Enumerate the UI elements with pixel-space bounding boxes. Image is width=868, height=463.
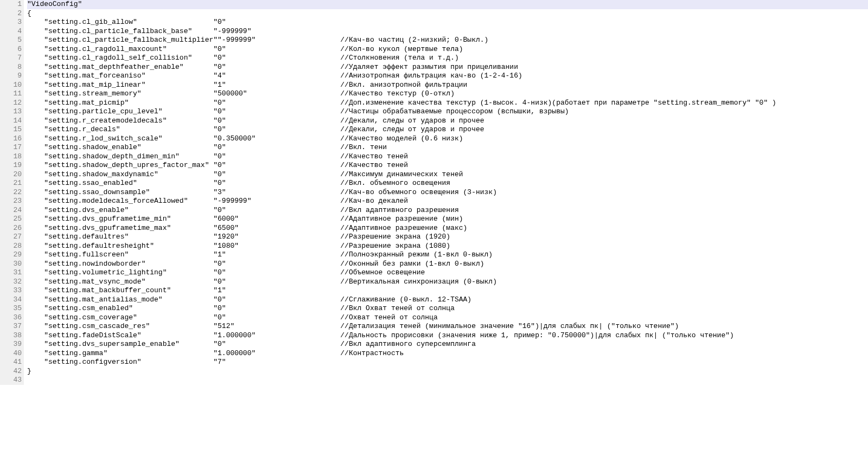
code-line: "setting.shadow_maxdynamic" "0" //Максим… bbox=[27, 170, 868, 179]
line-number: 32 bbox=[2, 278, 22, 287]
code-line: "setting.fullscreen" "1" //Полноэкранный… bbox=[27, 250, 868, 260]
code-line: "setting.mat_vsync_mode" "0" //Вертикаль… bbox=[27, 278, 868, 287]
code-line: "setting.shadow_depth_upres_factor_max" … bbox=[27, 161, 868, 170]
line-number: 17 bbox=[2, 143, 22, 152]
code-line: "setting.csm_coverage" "0" //Охват теней… bbox=[27, 313, 868, 323]
code-line: "setting.mat_forceaniso" "4" //Анизотроп… bbox=[27, 72, 868, 81]
code-line: "setting.csm_enabled" "0" //Вкл Охват те… bbox=[27, 304, 868, 313]
code-line: "setting.particle_cpu_level" "0" //Части… bbox=[27, 107, 868, 117]
line-number: 34 bbox=[2, 295, 22, 305]
code-line: "setting.dvs_gpuframetime_min" "6000" //… bbox=[27, 215, 868, 224]
code-line: "setting.dvs_enable" "0" //Вкл адаптивно… bbox=[27, 206, 868, 215]
line-number: 30 bbox=[2, 260, 22, 269]
line-number: 29 bbox=[2, 250, 22, 260]
line-number: 42 bbox=[2, 367, 22, 376]
code-line: "setting.r_createmodeldecals" "0" //Дека… bbox=[27, 117, 868, 126]
code-line: { bbox=[27, 9, 868, 18]
code-line: "setting.defaultresheight" "1080" //Разр… bbox=[27, 242, 868, 251]
code-line: "setting.cl_gib_allow" "0" bbox=[27, 18, 868, 27]
code-line: "setting.shadow_depth_dimen_min" "0" //К… bbox=[27, 152, 868, 162]
line-number: 41 bbox=[2, 358, 22, 367]
code-line: "setting.cl_ragdoll_self_collision" "0" … bbox=[27, 54, 868, 63]
code-editor[interactable]: 1234567891011121314151617181920212223242… bbox=[0, 0, 868, 385]
code-line: "setting.cl_ragdoll_maxcount" "0" //Кол-… bbox=[27, 45, 868, 54]
line-number: 23 bbox=[2, 197, 22, 206]
line-number: 11 bbox=[2, 89, 22, 99]
code-line: "setting.mat_antialias_mode" "0" //Сглаж… bbox=[27, 295, 868, 305]
line-number: 20 bbox=[2, 170, 22, 179]
code-line: "setting.defaultres" "1920" //Разрешение… bbox=[27, 233, 868, 242]
line-number: 8 bbox=[2, 63, 22, 72]
line-number: 1 bbox=[2, 0, 22, 9]
line-number: 6 bbox=[2, 45, 22, 54]
code-line: "setting.configversion" "7" bbox=[27, 358, 868, 367]
line-number: 18 bbox=[2, 152, 22, 162]
line-number: 38 bbox=[2, 331, 22, 340]
code-line: "setting.nowindowborder" "0" //Оконный б… bbox=[27, 260, 868, 269]
line-number: 7 bbox=[2, 54, 22, 63]
line-number: 43 bbox=[2, 376, 22, 385]
line-number: 25 bbox=[2, 215, 22, 224]
line-number: 19 bbox=[2, 161, 22, 170]
code-line: "setting.mat_picmip" "0" //Доп.изменение… bbox=[27, 99, 868, 108]
code-line: "setting.mat_backbuffer_count" "1" bbox=[27, 286, 868, 295]
line-number: 36 bbox=[2, 313, 22, 323]
line-number: 35 bbox=[2, 304, 22, 313]
line-number: 39 bbox=[2, 340, 22, 349]
code-line: "VideoConfig" bbox=[27, 0, 868, 9]
code-line: } bbox=[27, 367, 868, 376]
code-line: "setting.mat_mip_linear" "1" //Вкл. аниз… bbox=[27, 81, 868, 90]
line-number: 27 bbox=[2, 233, 22, 242]
code-line: "setting.dvs_gpuframetime_max" "6500" //… bbox=[27, 224, 868, 233]
line-number: 40 bbox=[2, 349, 22, 358]
line-number: 3 bbox=[2, 18, 22, 27]
code-line: "setting.gamma" "1.000000" //Контрастнос… bbox=[27, 349, 868, 358]
line-number: 14 bbox=[2, 117, 22, 126]
code-line: "setting.dvs_supersample_enable" "0" //В… bbox=[27, 340, 868, 349]
line-number: 37 bbox=[2, 322, 22, 331]
line-number: 15 bbox=[2, 125, 22, 134]
line-number: 21 bbox=[2, 179, 22, 188]
code-line: "setting.modeldecals_forceAllowed" "-999… bbox=[27, 197, 868, 206]
code-line: "setting.cl_particle_fallback_base" "-99… bbox=[27, 27, 868, 36]
code-line: "setting.fadeDistScale" "1.000000" //Дал… bbox=[27, 331, 868, 340]
line-number: 9 bbox=[2, 72, 22, 81]
line-number: 13 bbox=[2, 107, 22, 117]
line-number: 5 bbox=[2, 36, 22, 45]
code-area[interactable]: "VideoConfig"{ "setting.cl_gib_allow" "0… bbox=[24, 0, 868, 385]
code-line: "setting.mat_depthfeather_enable" "0" //… bbox=[27, 63, 868, 72]
code-line: "setting.r_lod_switch_scale" "0.350000" … bbox=[27, 134, 868, 144]
line-number: 33 bbox=[2, 286, 22, 295]
code-line: "setting.volumetric_lighting" "0" //Объе… bbox=[27, 268, 868, 278]
line-number-gutter: 1234567891011121314151617181920212223242… bbox=[0, 0, 24, 385]
line-number: 28 bbox=[2, 242, 22, 251]
line-number: 16 bbox=[2, 134, 22, 144]
line-number: 12 bbox=[2, 99, 22, 108]
code-line: "setting.r_decals" "0" //Декали, следы о… bbox=[27, 125, 868, 134]
code-line: "setting.csm_cascade_res" "512" //Детали… bbox=[27, 322, 868, 331]
line-number: 2 bbox=[2, 9, 22, 18]
code-line: "setting.cl_particle_fallback_multiplier… bbox=[27, 36, 868, 45]
line-number: 31 bbox=[2, 268, 22, 278]
line-number: 22 bbox=[2, 188, 22, 197]
code-line bbox=[27, 376, 868, 385]
code-line: "setting.shadow_enable" "0" //Вкл. тени bbox=[27, 143, 868, 152]
line-number: 4 bbox=[2, 27, 22, 36]
line-number: 10 bbox=[2, 81, 22, 90]
code-line: "setting.ssao_downsample" "3" //Кач-во о… bbox=[27, 188, 868, 197]
line-number: 26 bbox=[2, 224, 22, 233]
code-line: "setting.stream_memory" "500000" //Качес… bbox=[27, 89, 868, 99]
code-line: "setting.ssao_enabled" "0" //Вкл. объемн… bbox=[27, 179, 868, 188]
line-number: 24 bbox=[2, 206, 22, 215]
